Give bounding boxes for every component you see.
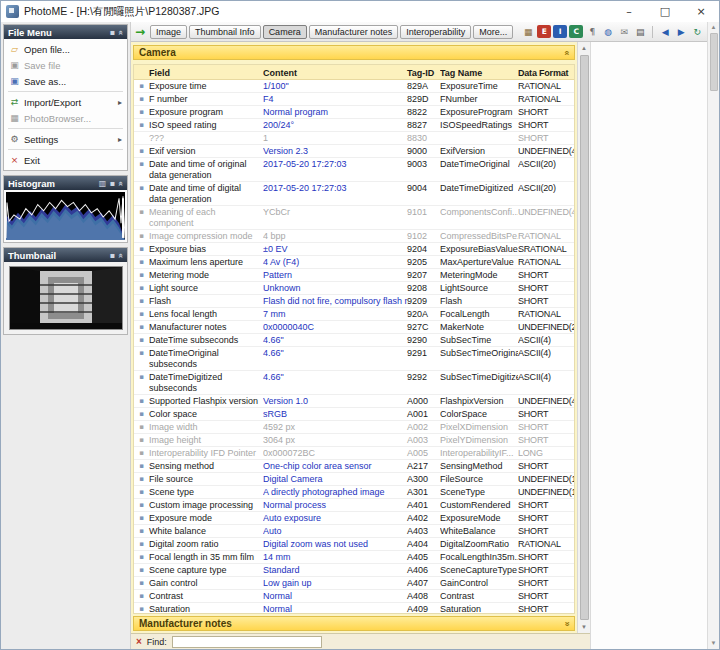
table-row[interactable]: ▪DateTime subseconds4.66"9290SubSecTimeA… (134, 334, 574, 347)
table-row[interactable]: ▪Metering modePattern9207MeteringModeSHO… (134, 269, 574, 282)
table-row[interactable]: ▪Supported Flashpix versionVersion 1.0A0… (134, 395, 574, 408)
minimize-button[interactable]: – (611, 1, 647, 22)
menu-item-exit[interactable]: ×Exit (4, 152, 127, 168)
collapse-chevron-icon[interactable]: « (116, 180, 125, 185)
table-row[interactable]: ▪Sensing methodOne-chip color area senso… (134, 460, 574, 473)
tab-image[interactable]: Image (150, 25, 187, 39)
histogram-channels-icon[interactable]: ▥ (99, 179, 107, 188)
table-row[interactable]: ▪Color spacesRGBA001ColorSpaceSHORT (134, 408, 574, 421)
table-row[interactable]: ▪F numberF4829DFNumberRATIONAL (134, 93, 574, 106)
table-row[interactable]: ▪Exif versionVersion 2.39000ExifVersionU… (134, 145, 574, 158)
tag-id-cell: A001 (407, 408, 440, 420)
menu-item-label: Exit (24, 155, 40, 166)
scroll-down-icon[interactable]: ▼ (581, 621, 587, 633)
window-scrollbar[interactable]: ▲ ▼ (707, 22, 719, 649)
table-row[interactable]: ▪File sourceDigital CameraA300FileSource… (134, 473, 574, 486)
tag-id-cell: 829D (407, 93, 440, 105)
next-image-icon[interactable]: ▶ (674, 25, 688, 38)
manufacturer-notes-header[interactable]: Manufacturer notes « (133, 616, 575, 631)
scroll-down-icon[interactable]: ▼ (711, 638, 717, 649)
menu-item-import-export[interactable]: ⇄Import/Export▸ (4, 94, 127, 110)
table-row[interactable]: ▪Manufacturer notes0x0000040C927CMakerNo… (134, 321, 574, 334)
maximize-button[interactable]: □ (647, 1, 683, 22)
table-row[interactable]: ▪Custom image processingNormal processA4… (134, 499, 574, 512)
table-row[interactable]: ▪SaturationNormalA409SaturationSHORT (134, 603, 574, 613)
scrollbar-thumb[interactable] (710, 33, 718, 91)
table-row[interactable]: ▪Scene typeA directly photographed image… (134, 486, 574, 499)
refresh-icon[interactable]: ↻ (690, 25, 704, 38)
table-row[interactable]: ▪Meaning of each componentYCbCr9101Compo… (134, 206, 574, 230)
table-row[interactable]: ???18830SHORT (134, 132, 574, 145)
pin-icon[interactable]: ▪ (109, 179, 114, 188)
table-row[interactable]: ▪Exposure programNormal program8822Expos… (134, 106, 574, 119)
table-row[interactable]: ▪Focal length in 35 mm film14 mmA405Foca… (134, 551, 574, 564)
menu-item-save-as[interactable]: ▣Save as... (4, 73, 127, 89)
scroll-up-icon[interactable]: ▲ (581, 42, 587, 54)
previous-image-icon[interactable]: ◀ (658, 25, 672, 38)
scroll-up-icon[interactable]: ▲ (711, 22, 717, 33)
table-row[interactable]: ▪Scene capture typeStandardA406SceneCapt… (134, 564, 574, 577)
collapse-chevron-icon[interactable]: « (561, 50, 571, 55)
file-menu-header[interactable]: File Menu ▪ « (4, 25, 127, 39)
column-data-format[interactable]: Data Format (518, 67, 574, 78)
main-scrollbar[interactable]: ▲ ▼ (577, 42, 590, 633)
table-row[interactable]: ▪FlashFlash did not fire, compulsory fla… (134, 295, 574, 308)
exif-data-icon[interactable]: E (537, 25, 551, 38)
menu-item-settings[interactable]: ⚙Settings▸ (4, 131, 127, 147)
menu-item-open-file[interactable]: ▱Open file... (4, 41, 127, 57)
field-cell: Maximum lens aperture (149, 256, 263, 268)
thumbnail-header[interactable]: Thumbnail ▪ « (4, 248, 127, 262)
find-input[interactable] (172, 636, 322, 648)
table-row[interactable]: ▪Digital zoom ratioDigital zoom was not … (134, 538, 574, 551)
table-row[interactable]: ▪ISO speed rating200/24°8827ISOSpeedRati… (134, 119, 574, 132)
icc-profile-icon[interactable]: C (569, 25, 583, 38)
table-row[interactable]: ▪Gain controlLow gain upA407GainControlS… (134, 577, 574, 590)
grid-view-icon[interactable]: ▦ (521, 25, 535, 38)
tab-interoperability[interactable]: Interoperability (400, 25, 471, 39)
close-find-icon[interactable]: × (136, 637, 142, 647)
mail-icon[interactable]: ✉ (617, 25, 631, 38)
table-row[interactable]: ▪Image compression mode4 bpp9102Compress… (134, 230, 574, 243)
title-bar: PhotoME - [H:\有閒曪照片\P1280387.JPG – □ × (1, 1, 719, 22)
table-row[interactable]: ▪Date and time of digital data generatio… (134, 182, 574, 206)
go-arrow-icon[interactable]: → (135, 26, 145, 38)
table-row[interactable]: ▪DateTimeOriginal subseconds4.66"9291Sub… (134, 347, 574, 371)
table-row[interactable]: ▪Maximum lens aperture4 Av (F4)9205MaxAp… (134, 256, 574, 269)
table-row[interactable]: ▪Interoperability IFD Pointer0x000072BCA… (134, 447, 574, 460)
iptc-data-icon[interactable]: I (553, 25, 567, 38)
table-row[interactable]: ▪DateTimeDigitized subseconds4.66"9292Su… (134, 371, 574, 395)
table-row[interactable]: ▪Exposure time1/100"829AExposureTimeRATI… (134, 80, 574, 93)
table-row[interactable]: ▪Image width4592 pxA002PixelXDimensionSH… (134, 421, 574, 434)
web-service-icon[interactable]: ◍ (601, 25, 615, 38)
tab-camera[interactable]: Camera (263, 25, 307, 39)
column-field[interactable]: Field (149, 67, 263, 78)
column-tag-name[interactable]: Tag Name (440, 67, 518, 78)
table-row[interactable]: ▪Exposure bias±0 EV9204ExposureBiasValue… (134, 243, 574, 256)
expand-chevron-icon[interactable]: « (561, 621, 571, 626)
collapse-chevron-icon[interactable]: « (116, 252, 125, 257)
pin-icon[interactable]: ▪ (109, 251, 114, 260)
tab-thumbnail-info[interactable]: Thumbnail Info (189, 25, 261, 39)
table-row[interactable]: ▪Light sourceUnknown9208LightSourceSHORT (134, 282, 574, 295)
column-content[interactable]: Content (263, 67, 407, 78)
close-button[interactable]: × (683, 1, 719, 22)
table-row[interactable]: ▪Lens focal length7 mm920AFocalLengthRAT… (134, 308, 574, 321)
tag-name-cell: InteroperabilityIF... (440, 447, 518, 459)
table-row[interactable]: ▪Date and time of original data generati… (134, 158, 574, 182)
content-cell: 2017-05-20 17:27:03 (263, 158, 407, 181)
tab-more[interactable]: More... (473, 25, 513, 39)
table-row[interactable]: ▪White balanceAutoA403WhiteBalanceSHORT (134, 525, 574, 538)
table-row[interactable]: ▪Image height3064 pxA003PixelYDimensionS… (134, 434, 574, 447)
comment-icon[interactable]: ¶ (585, 25, 599, 38)
table-row[interactable]: ▪ContrastNormalA408ContrastSHORT (134, 590, 574, 603)
column-tag-id[interactable]: Tag-ID (407, 67, 440, 78)
camera-section-header[interactable]: Camera « (133, 45, 575, 60)
table-row[interactable]: ▪Exposure modeAuto exposureA402ExposureM… (134, 512, 574, 525)
scrollbar-thumb[interactable] (580, 55, 589, 620)
print-icon[interactable]: ▤ (633, 25, 647, 38)
collapse-chevron-icon[interactable]: « (116, 29, 125, 34)
tab-manufacturer-notes[interactable]: Manufacturer notes (309, 25, 399, 39)
pin-icon[interactable]: ▪ (109, 28, 114, 37)
histogram-header[interactable]: Histogram ▥ ▪ « (4, 176, 127, 190)
histogram-panel: Histogram ▥ ▪ « (3, 175, 128, 243)
